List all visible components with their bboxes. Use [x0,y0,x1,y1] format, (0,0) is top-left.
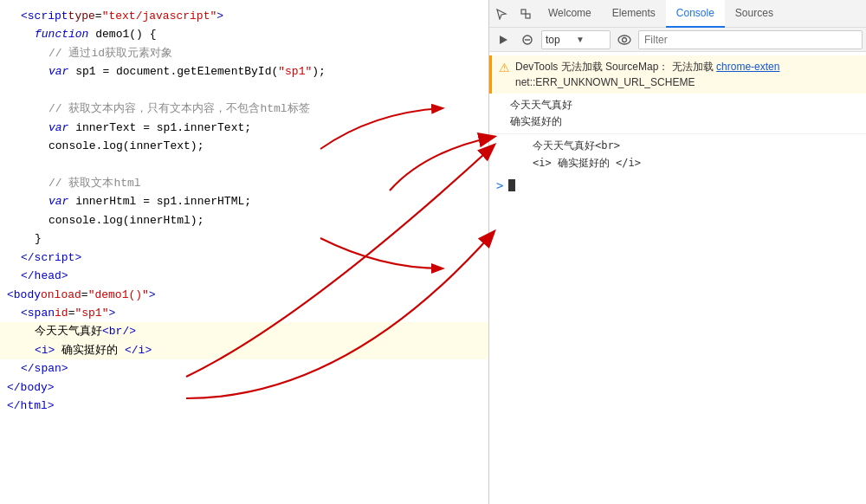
code-line: // 获取文本html [0,174,488,192]
code-line: </body> [0,378,488,397]
tab-console[interactable]: Console [666,0,725,28]
cursor-icon[interactable] [489,2,514,26]
console-cursor [508,179,515,191]
code-line: </head> [0,267,488,285]
code-line [0,81,488,100]
code-line: var innerHtml = sp1.innerHTML; [0,192,488,210]
code-line: <script type="text/javascript"> [0,7,488,25]
context-selector[interactable]: top ▼ [541,30,611,49]
code-line: var sp1 = document.getElementById("sp1")… [0,62,488,81]
dropdown-arrow-icon: ▼ [576,35,606,44]
tab-elements[interactable]: Elements [602,0,666,28]
code-line: <i> 确实挺好的 </i> [0,341,488,359]
svg-point-8 [623,37,627,42]
code-line: </script> [0,249,488,267]
filter-input[interactable] [638,30,863,49]
code-line [0,156,488,174]
console-warning: ⚠ DevTools 无法加载 SourceMap： 无法加载 chrome-e… [489,55,866,94]
code-line: </span> [0,359,488,378]
code-line: function demo1() { [0,25,488,43]
console-output-innertext: 今天天气真好 确实挺好的 [489,94,866,134]
inspect-icon[interactable] [514,2,538,26]
console-output-innerhtml: 今天天气真好<br> <i> 确实挺好的 </i> [489,134,866,174]
tab-sources[interactable]: Sources [725,0,784,28]
code-line: } [0,229,488,248]
code-line: 今天天气真好<br/> [0,322,488,340]
svg-point-7 [618,36,630,44]
svg-marker-4 [500,36,507,44]
clear-icon[interactable] [517,29,538,50]
svg-rect-3 [526,14,530,18]
console-prompt-icon: > [496,178,503,192]
devtools-tabs: Welcome Elements Console Sources [489,0,866,28]
devtools-toolbar: top ▼ [489,28,866,52]
console-output-area: ⚠ DevTools 无法加载 SourceMap： 无法加载 chrome-e… [489,52,866,504]
code-line: <body onload="demo1()"> [0,286,488,304]
warning-icon: ⚠ [499,59,510,77]
code-editor: <script type="text/javascript"> function… [0,0,489,504]
tab-welcome[interactable]: Welcome [538,0,602,28]
eye-icon[interactable] [614,29,635,50]
code-line: <span id="sp1"> [0,304,488,322]
run-icon[interactable] [493,29,514,50]
code-line: var innerText = sp1.innerText; [0,119,488,137]
code-line: // 获取文本内容，只有文本内容，不包含html标签 [0,100,488,118]
console-input-line[interactable]: > [489,175,866,196]
devtools-panel: Welcome Elements Console Sources top ▼ [489,0,866,504]
svg-rect-2 [521,10,526,14]
code-line: console.log(innerText); [0,137,488,155]
code-line: // 通过id获取元素对象 [0,44,488,62]
code-line: console.log(innerHtml); [0,211,488,229]
code-line: </html> [0,397,488,415]
warning-link[interactable]: chrome-exten [716,61,779,73]
